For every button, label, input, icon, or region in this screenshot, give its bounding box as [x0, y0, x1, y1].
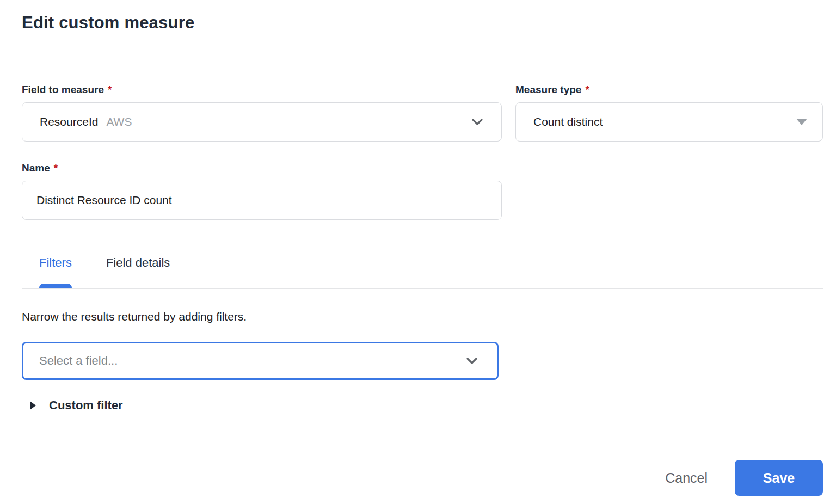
measure-type-value: Count distinct — [533, 115, 603, 128]
chevron-down-icon — [463, 352, 481, 370]
filters-description: Narrow the results returned by adding fi… — [22, 310, 823, 323]
field-to-measure-label-text: Field to measure — [22, 83, 104, 96]
field-to-measure-source-tag: AWS — [106, 115, 132, 128]
required-asterisk: * — [54, 161, 58, 175]
field-to-measure-value: ResourceId — [40, 115, 98, 128]
measure-type-label: Measure type * — [515, 83, 823, 96]
name-group: Name * — [22, 161, 823, 220]
tab-field-details[interactable]: Field details — [106, 256, 170, 288]
edit-custom-measure-panel: Edit custom measure Field to measure * R… — [0, 0, 836, 504]
chevron-down-icon — [469, 113, 486, 131]
footer-actions: Cancel Save — [22, 460, 823, 496]
name-label: Name * — [22, 161, 823, 175]
field-to-measure-label: Field to measure * — [22, 83, 502, 96]
required-asterisk: * — [108, 83, 112, 96]
required-asterisk: * — [585, 83, 589, 96]
measure-type-label-text: Measure type — [515, 83, 581, 96]
tab-bar: Filters Field details — [22, 256, 823, 289]
custom-filter-label: Custom filter — [49, 398, 123, 413]
filter-field-placeholder: Select a field... — [39, 354, 118, 368]
measure-type-group: Measure type * Count distinct — [515, 83, 823, 142]
name-label-text: Name — [22, 161, 50, 175]
page-title: Edit custom measure — [22, 14, 823, 32]
tab-filters[interactable]: Filters — [39, 256, 72, 288]
save-button[interactable]: Save — [735, 460, 823, 496]
custom-filter-toggle[interactable]: Custom filter — [22, 398, 823, 413]
field-to-measure-select[interactable]: ResourceId AWS — [22, 102, 502, 142]
triangle-down-icon — [796, 119, 807, 125]
triangle-right-icon — [30, 401, 36, 410]
cancel-button[interactable]: Cancel — [665, 470, 708, 486]
name-input[interactable] — [22, 181, 502, 220]
field-to-measure-group: Field to measure * ResourceId AWS — [22, 83, 502, 142]
measure-type-select[interactable]: Count distinct — [515, 102, 823, 142]
measure-config-row: Field to measure * ResourceId AWS Measur… — [22, 83, 823, 142]
filter-field-select[interactable]: Select a field... — [22, 342, 499, 380]
